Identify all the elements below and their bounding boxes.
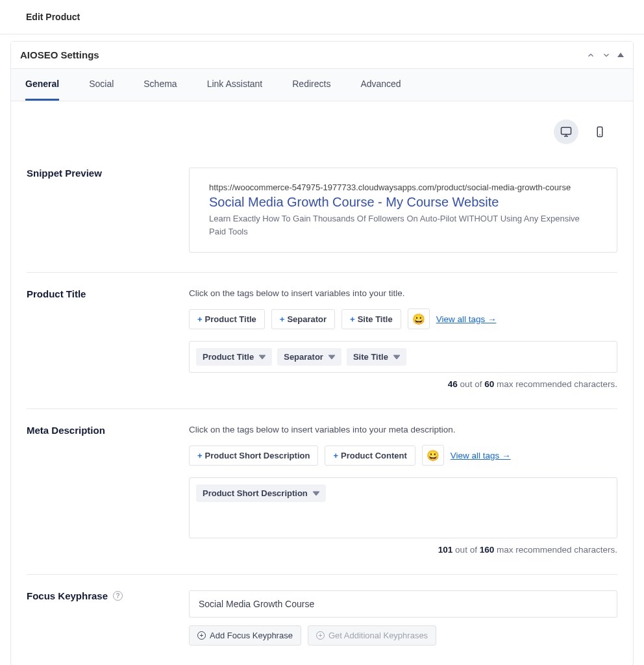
page-title: Edit Product (0, 0, 644, 34)
row-focus-keyphrase: Focus Keyphrase ? +Add Focus Keyphrase +… (27, 575, 617, 646)
tag-product-title[interactable]: +Product Title (189, 309, 265, 329)
svg-marker-6 (328, 355, 335, 359)
tag-separator[interactable]: +Separator (271, 309, 335, 329)
chevron-down-icon[interactable] (602, 51, 611, 60)
emoji-icon: 😀 (427, 449, 440, 462)
add-focus-keyphrase-button[interactable]: +Add Focus Keyphrase (189, 625, 301, 646)
plus-icon: + (197, 451, 203, 460)
panel-controls (586, 51, 624, 60)
svg-rect-0 (562, 127, 571, 134)
get-additional-keyphrases-button[interactable]: +Get Additional Keyphrases (308, 625, 436, 646)
product-title-hint: Click on the tags below to insert variab… (189, 288, 617, 298)
emoji-picker-button[interactable]: 😀 (422, 445, 444, 466)
plus-icon: + (280, 314, 285, 324)
meta-description-label: Meta Description (27, 425, 105, 436)
row-snippet-preview: Snippet Preview https://woocommerce-5479… (27, 152, 617, 273)
plus-icon: + (197, 314, 203, 324)
tab-redirects[interactable]: Redirects (292, 69, 330, 101)
meta-description-counter: 101 out of 160 max recommended character… (189, 545, 617, 555)
chip-product-title[interactable]: Product Title (196, 348, 272, 366)
help-icon[interactable]: ? (113, 591, 123, 601)
row-meta-description: Meta Description Click on the tags below… (27, 409, 617, 575)
plus-icon: + (350, 314, 355, 324)
snippet-description: Learn Exactly How To Gain Thousands Of F… (209, 212, 597, 238)
product-title-counter: 46 out of 60 max recommended characters. (189, 379, 617, 389)
plus-circle-icon: + (197, 631, 206, 640)
meta-description-tags: +Product Short Description +Product Cont… (189, 445, 617, 466)
tab-social[interactable]: Social (89, 69, 114, 101)
chevron-up-icon[interactable] (586, 51, 595, 60)
product-title-tags: +Product Title +Separator +Site Title 😀 … (189, 308, 617, 329)
desktop-preview-button[interactable] (554, 119, 578, 144)
tag-product-content[interactable]: +Product Content (325, 445, 415, 466)
collapse-icon[interactable] (617, 53, 624, 57)
chip-product-short-description[interactable]: Product Short Description (196, 484, 326, 502)
tab-link-assistant[interactable]: Link Assistant (207, 69, 263, 101)
panel-header: AIOSEO Settings (11, 42, 633, 69)
panel-content: Snippet Preview https://woocommerce-5479… (11, 101, 633, 665)
plus-circle-icon: + (316, 631, 325, 640)
focus-keyphrase-label: Focus Keyphrase (27, 590, 108, 601)
aioseo-panel: AIOSEO Settings General Social Schema Li… (10, 41, 634, 665)
focus-keyphrase-input[interactable] (189, 590, 617, 618)
tab-advanced[interactable]: Advanced (360, 69, 401, 101)
meta-description-hint: Click on the tags below to insert variab… (189, 425, 617, 434)
tab-schema[interactable]: Schema (143, 69, 177, 101)
device-toggle (27, 112, 617, 152)
keyphrase-button-row: +Add Focus Keyphrase +Get Additional Key… (189, 625, 617, 646)
panel-title: AIOSEO Settings (20, 49, 99, 60)
chevron-down-icon (393, 354, 400, 360)
chevron-down-icon (328, 354, 335, 360)
snippet-preview-label: Snippet Preview (27, 168, 102, 179)
plus-icon: + (333, 451, 338, 460)
chip-site-title[interactable]: Site Title (347, 348, 406, 366)
chip-separator[interactable]: Separator (277, 348, 341, 366)
emoji-icon: 😀 (412, 313, 425, 325)
svg-marker-8 (313, 492, 319, 496)
product-title-label: Product Title (27, 288, 86, 299)
svg-marker-5 (259, 355, 266, 359)
view-all-tags-link[interactable]: View all tags → (436, 314, 497, 324)
snippet-preview-box: https://woocommerce-547975-1977733.cloud… (189, 168, 617, 253)
product-title-input[interactable]: Product Title Separator Site Title (189, 341, 617, 373)
tab-general[interactable]: General (25, 69, 59, 101)
tag-product-short-description[interactable]: +Product Short Description (189, 445, 318, 466)
tabs: General Social Schema Link Assistant Red… (11, 69, 633, 101)
mobile-icon (594, 126, 606, 138)
monitor-icon (560, 126, 572, 138)
meta-description-input[interactable]: Product Short Description (189, 477, 617, 538)
row-product-title: Product Title Click on the tags below to… (27, 273, 617, 409)
emoji-picker-button[interactable]: 😀 (408, 308, 430, 329)
chevron-down-icon (313, 490, 319, 497)
chevron-down-icon (259, 354, 266, 360)
snippet-url: https://woocommerce-547975-1977733.cloud… (209, 182, 597, 192)
svg-marker-7 (393, 355, 400, 359)
mobile-preview-button[interactable] (588, 119, 612, 144)
snippet-title: Social Media Growth Course - My Course W… (209, 195, 597, 210)
view-all-tags-link[interactable]: View all tags → (451, 451, 511, 460)
tag-site-title[interactable]: +Site Title (341, 309, 401, 329)
